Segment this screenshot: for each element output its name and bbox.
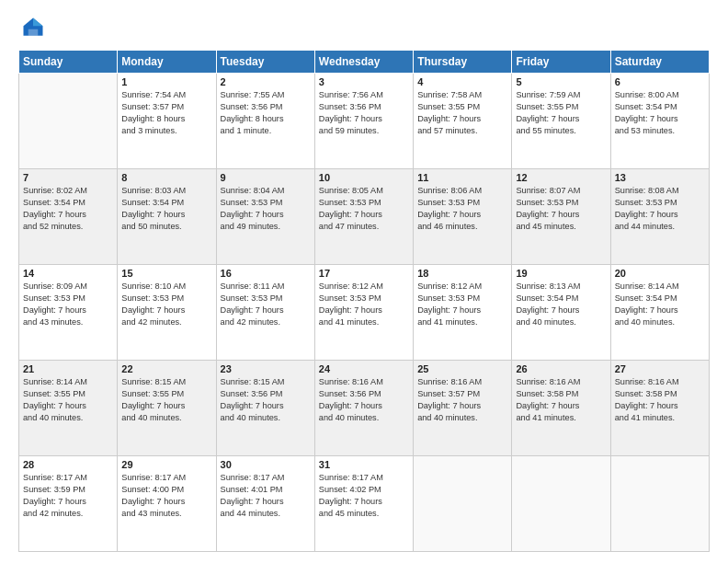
calendar-day-2: 2Sunrise: 7:55 AMSunset: 3:56 PMDaylight…	[216, 74, 314, 169]
calendar-day-7: 7Sunrise: 8:02 AMSunset: 3:54 PMDaylight…	[19, 169, 118, 265]
calendar-day-15: 15Sunrise: 8:10 AMSunset: 3:53 PMDayligh…	[118, 265, 216, 361]
day-number: 19	[516, 268, 606, 279]
calendar-day-30: 30Sunrise: 8:17 AMSunset: 4:01 PMDayligh…	[216, 456, 314, 552]
calendar-day-10: 10Sunrise: 8:05 AMSunset: 3:53 PMDayligh…	[314, 169, 413, 265]
calendar-day-28: 28Sunrise: 8:17 AMSunset: 3:59 PMDayligh…	[19, 456, 118, 552]
day-info: Sunrise: 8:17 AMSunset: 3:59 PMDaylight:…	[23, 472, 113, 520]
calendar-day-1: 1Sunrise: 7:54 AMSunset: 3:57 PMDaylight…	[118, 74, 216, 169]
day-number: 21	[23, 363, 113, 374]
calendar-day-31: 31Sunrise: 8:17 AMSunset: 4:02 PMDayligh…	[314, 456, 413, 552]
day-number: 27	[615, 363, 705, 374]
day-info: Sunrise: 8:13 AMSunset: 3:54 PMDaylight:…	[516, 281, 606, 328]
calendar-day-24: 24Sunrise: 8:16 AMSunset: 3:56 PMDayligh…	[314, 361, 413, 456]
calendar-day-26: 26Sunrise: 8:16 AMSunset: 3:58 PMDayligh…	[512, 361, 610, 456]
calendar-day-14: 14Sunrise: 8:09 AMSunset: 3:53 PMDayligh…	[19, 265, 118, 361]
day-info: Sunrise: 8:17 AMSunset: 4:01 PMDaylight:…	[221, 472, 311, 520]
day-number: 16	[221, 268, 311, 279]
day-info: Sunrise: 8:11 AMSunset: 3:53 PMDaylight:…	[221, 281, 311, 328]
day-info: Sunrise: 8:15 AMSunset: 3:56 PMDaylight:…	[221, 376, 311, 424]
day-number: 28	[23, 459, 113, 470]
calendar-week-row: 28Sunrise: 8:17 AMSunset: 3:59 PMDayligh…	[19, 456, 710, 552]
day-info: Sunrise: 7:59 AMSunset: 3:55 PMDaylight:…	[516, 89, 606, 137]
calendar-day-11: 11Sunrise: 8:06 AMSunset: 3:53 PMDayligh…	[414, 169, 512, 265]
day-info: Sunrise: 8:16 AMSunset: 3:57 PMDaylight:…	[417, 376, 507, 424]
day-info: Sunrise: 8:16 AMSunset: 3:56 PMDaylight:…	[319, 376, 409, 424]
day-number: 18	[417, 268, 507, 279]
calendar-day-4: 4Sunrise: 7:58 AMSunset: 3:55 PMDaylight…	[414, 74, 512, 169]
day-number: 5	[516, 76, 606, 87]
day-number: 29	[121, 459, 211, 470]
day-info: Sunrise: 8:03 AMSunset: 3:54 PMDaylight:…	[121, 185, 211, 233]
day-info: Sunrise: 8:04 AMSunset: 3:53 PMDaylight:…	[221, 185, 311, 233]
calendar-day-8: 8Sunrise: 8:03 AMSunset: 3:54 PMDaylight…	[118, 169, 216, 265]
day-info: Sunrise: 7:54 AMSunset: 3:57 PMDaylight:…	[121, 89, 211, 137]
day-info: Sunrise: 8:17 AMSunset: 4:00 PMDaylight:…	[121, 472, 211, 520]
calendar-day-6: 6Sunrise: 8:00 AMSunset: 3:54 PMDaylight…	[610, 74, 709, 169]
calendar-day-20: 20Sunrise: 8:14 AMSunset: 3:54 PMDayligh…	[610, 265, 709, 361]
day-number: 12	[516, 172, 606, 183]
day-number: 8	[121, 172, 211, 183]
calendar-day-23: 23Sunrise: 8:15 AMSunset: 3:56 PMDayligh…	[216, 361, 314, 456]
svg-rect-2	[28, 29, 39, 36]
day-info: Sunrise: 8:14 AMSunset: 3:54 PMDaylight:…	[615, 281, 705, 328]
day-number: 6	[615, 76, 705, 87]
day-number: 20	[615, 268, 705, 279]
day-info: Sunrise: 8:16 AMSunset: 3:58 PMDaylight:…	[516, 376, 606, 424]
day-info: Sunrise: 8:12 AMSunset: 3:53 PMDaylight:…	[319, 281, 409, 328]
day-info: Sunrise: 8:16 AMSunset: 3:58 PMDaylight:…	[615, 376, 705, 424]
day-number: 23	[221, 363, 311, 374]
day-number: 31	[319, 459, 409, 470]
day-number: 1	[121, 76, 211, 87]
header	[18, 15, 710, 40]
weekday-header-saturday: Saturday	[610, 51, 709, 74]
day-info: Sunrise: 8:07 AMSunset: 3:53 PMDaylight:…	[516, 185, 606, 233]
day-number: 3	[319, 76, 409, 87]
day-number: 25	[417, 363, 507, 374]
calendar-day-empty	[414, 456, 512, 552]
calendar-day-19: 19Sunrise: 8:13 AMSunset: 3:54 PMDayligh…	[512, 265, 610, 361]
day-info: Sunrise: 8:09 AMSunset: 3:53 PMDaylight:…	[23, 281, 113, 328]
calendar-day-empty	[610, 456, 709, 552]
calendar-day-13: 13Sunrise: 8:08 AMSunset: 3:53 PMDayligh…	[610, 169, 709, 265]
day-number: 30	[221, 459, 311, 470]
day-number: 9	[221, 172, 311, 183]
day-info: Sunrise: 8:06 AMSunset: 3:53 PMDaylight:…	[417, 185, 507, 233]
day-info: Sunrise: 8:12 AMSunset: 3:53 PMDaylight:…	[417, 281, 507, 328]
calendar-day-27: 27Sunrise: 8:16 AMSunset: 3:58 PMDayligh…	[610, 361, 709, 456]
calendar-day-5: 5Sunrise: 7:59 AMSunset: 3:55 PMDaylight…	[512, 74, 610, 169]
day-info: Sunrise: 8:17 AMSunset: 4:02 PMDaylight:…	[319, 472, 409, 520]
day-number: 26	[516, 363, 606, 374]
calendar-day-21: 21Sunrise: 8:14 AMSunset: 3:55 PMDayligh…	[19, 361, 118, 456]
calendar-day-12: 12Sunrise: 8:07 AMSunset: 3:53 PMDayligh…	[512, 169, 610, 265]
day-number: 7	[23, 172, 113, 183]
day-number: 14	[23, 268, 113, 279]
logo-icon	[20, 15, 46, 40]
day-number: 22	[121, 363, 211, 374]
day-info: Sunrise: 8:10 AMSunset: 3:53 PMDaylight:…	[121, 281, 211, 328]
day-info: Sunrise: 8:00 AMSunset: 3:54 PMDaylight:…	[615, 89, 705, 137]
day-number: 15	[121, 268, 211, 279]
calendar-day-18: 18Sunrise: 8:12 AMSunset: 3:53 PMDayligh…	[414, 265, 512, 361]
day-info: Sunrise: 8:08 AMSunset: 3:53 PMDaylight:…	[615, 185, 705, 233]
day-number: 13	[615, 172, 705, 183]
calendar-day-empty	[512, 456, 610, 552]
calendar-day-29: 29Sunrise: 8:17 AMSunset: 4:00 PMDayligh…	[118, 456, 216, 552]
day-info: Sunrise: 8:05 AMSunset: 3:53 PMDaylight:…	[319, 185, 409, 233]
calendar-day-3: 3Sunrise: 7:56 AMSunset: 3:56 PMDaylight…	[314, 74, 413, 169]
day-info: Sunrise: 8:15 AMSunset: 3:55 PMDaylight:…	[121, 376, 211, 424]
calendar-week-row: 7Sunrise: 8:02 AMSunset: 3:54 PMDaylight…	[19, 169, 710, 265]
day-info: Sunrise: 7:56 AMSunset: 3:56 PMDaylight:…	[319, 89, 409, 137]
weekday-header-sunday: Sunday	[19, 51, 118, 74]
weekday-header-friday: Friday	[512, 51, 610, 74]
weekday-header-wednesday: Wednesday	[314, 51, 413, 74]
calendar-day-22: 22Sunrise: 8:15 AMSunset: 3:55 PMDayligh…	[118, 361, 216, 456]
weekday-header-tuesday: Tuesday	[216, 51, 314, 74]
calendar-week-row: 21Sunrise: 8:14 AMSunset: 3:55 PMDayligh…	[19, 361, 710, 456]
calendar-header-row: SundayMondayTuesdayWednesdayThursdayFrid…	[19, 51, 710, 74]
svg-marker-1	[33, 18, 43, 27]
calendar-day-25: 25Sunrise: 8:16 AMSunset: 3:57 PMDayligh…	[414, 361, 512, 456]
day-number: 17	[319, 268, 409, 279]
day-info: Sunrise: 8:02 AMSunset: 3:54 PMDaylight:…	[23, 185, 113, 233]
calendar-day-16: 16Sunrise: 8:11 AMSunset: 3:53 PMDayligh…	[216, 265, 314, 361]
calendar-week-row: 14Sunrise: 8:09 AMSunset: 3:53 PMDayligh…	[19, 265, 710, 361]
